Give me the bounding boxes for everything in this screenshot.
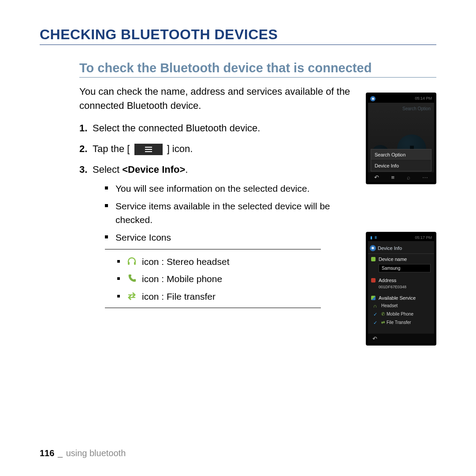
page-number: 116 bbox=[40, 448, 54, 458]
device-name-value[interactable]: Samsung bbox=[379, 264, 431, 272]
address-field-icon bbox=[371, 278, 376, 283]
service-headset: Headset bbox=[381, 303, 398, 308]
transfer-icon bbox=[126, 290, 138, 302]
phone-icon bbox=[126, 273, 138, 284]
step-1-text: Select the connected Bluetooth device. bbox=[93, 123, 260, 134]
page-footer: 116 _ using bluetooth bbox=[40, 448, 126, 458]
device2-title: Device Info bbox=[378, 245, 402, 251]
headset-icon bbox=[126, 256, 138, 267]
search-nav-icon[interactable]: ⌕ bbox=[407, 174, 410, 181]
sub-a: You will see information on the selected… bbox=[115, 183, 310, 193]
step-3-post: . bbox=[185, 164, 188, 175]
step-3-bold: <Device Info> bbox=[122, 164, 185, 175]
section-name: using bluetooth bbox=[66, 448, 126, 458]
menu-nav-icon[interactable]: ≡ bbox=[391, 174, 394, 181]
svg-rect-0 bbox=[128, 262, 130, 265]
step-2: Tap the [ ] icon. bbox=[79, 141, 331, 156]
step-list: Select the connected Bluetooth device. T… bbox=[79, 121, 331, 308]
phone-icon: ✆ bbox=[381, 312, 385, 316]
step-3-sublist: You will see information on the selected… bbox=[105, 182, 331, 245]
divider bbox=[105, 249, 321, 249]
transfer-icon: ⇄ bbox=[381, 320, 385, 325]
status-icons: ▮ ⏸ bbox=[370, 235, 378, 240]
check-icon: ✓ bbox=[373, 320, 377, 326]
search-option-hint: Search Option bbox=[402, 106, 431, 111]
menu-icon bbox=[134, 144, 163, 155]
service-transfer: File Transfer bbox=[387, 320, 411, 325]
svg-rect-1 bbox=[134, 262, 136, 265]
context-menu[interactable]: Search Option Device Info bbox=[371, 149, 431, 171]
device-navbar: ↶ ≡ ⌕ ⋯ bbox=[368, 172, 434, 182]
available-service-label: Available Service bbox=[379, 295, 416, 301]
icon-headset-label: icon : Stereo headset bbox=[142, 257, 229, 267]
step-1: Select the connected Bluetooth device. bbox=[79, 121, 331, 135]
name-field-icon bbox=[371, 257, 376, 261]
address-value: 001DF67E0348 bbox=[379, 285, 431, 289]
device-screenshot-info: ▮ ⏸ 05:17 PM ✱ Device Info Device name S… bbox=[366, 232, 436, 346]
menu-item-device-info[interactable]: Device Info bbox=[371, 160, 431, 171]
service-field-icon bbox=[371, 296, 376, 300]
service-mobile: Mobile Phone bbox=[387, 312, 413, 316]
icon-transfer-label: icon : File transfer bbox=[142, 291, 216, 301]
step-2-pre: Tap the [ bbox=[93, 143, 130, 154]
bluetooth-icon: ✱ bbox=[370, 245, 376, 251]
device1-time: 05:14 PM bbox=[415, 96, 432, 101]
section-title: To check the Bluetooth device that is co… bbox=[79, 61, 436, 78]
back-icon[interactable]: ↶ bbox=[372, 335, 377, 342]
service-icon-list: icon : Stereo headset icon : Mobile phon… bbox=[117, 255, 331, 304]
icon-phone-label: icon : Mobile phone bbox=[142, 274, 222, 284]
sub-b: Service items available in the selected … bbox=[115, 201, 330, 224]
intro-text: You can check the name, address and serv… bbox=[79, 85, 397, 113]
step-3-pre: Select bbox=[93, 164, 122, 175]
divider bbox=[105, 308, 321, 308]
back-icon[interactable]: ↶ bbox=[374, 174, 379, 181]
device-screenshot-menu: ✱ 05:14 PM Search Option ▮ ▮ Samsung ...… bbox=[366, 93, 436, 184]
step-3: Select <Device Info>. You will see infor… bbox=[79, 162, 331, 308]
bluetooth-icon: ✱ bbox=[370, 96, 376, 101]
address-label: Address bbox=[379, 278, 396, 283]
device-navbar: ↶ bbox=[368, 334, 434, 343]
device2-time: 05:17 PM bbox=[415, 235, 432, 240]
more-nav-icon[interactable]: ⋯ bbox=[422, 174, 428, 181]
sub-c: Service Icons bbox=[115, 232, 171, 242]
check-icon: ✓ bbox=[373, 312, 377, 317]
page-title: CHECKING BLUETOOTH DEVICES bbox=[40, 26, 436, 45]
headset-icon: ∩ bbox=[373, 303, 377, 309]
step-2-post: ] icon bbox=[167, 143, 190, 154]
menu-item-search-option[interactable]: Search Option bbox=[371, 149, 431, 160]
device-name-label: Device name bbox=[379, 257, 407, 262]
